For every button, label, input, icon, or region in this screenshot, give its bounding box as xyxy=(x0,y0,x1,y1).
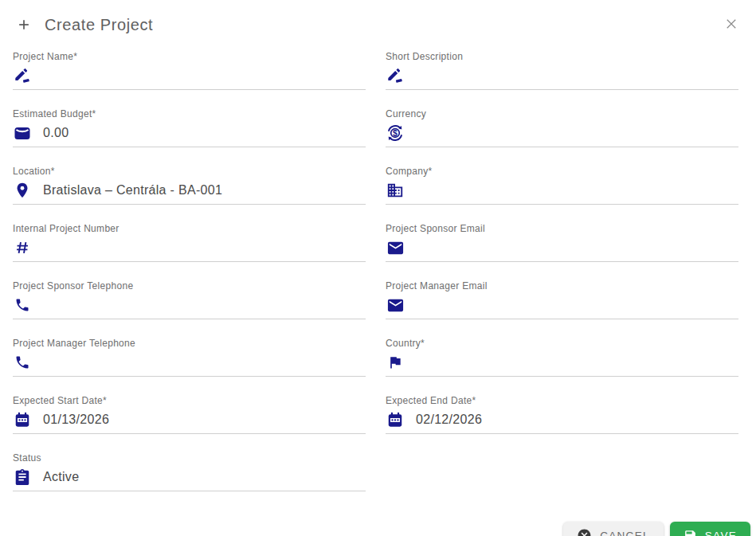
short-description-label: Short Description xyxy=(386,51,738,62)
location-pin-icon xyxy=(13,181,32,200)
status-label: Status xyxy=(13,452,366,464)
company-input[interactable] xyxy=(386,181,738,204)
estimated-budget-value: 0.00 xyxy=(43,126,69,140)
field-project-manager-telephone: Project Manager Telephone xyxy=(13,338,366,377)
phone-icon xyxy=(13,353,32,372)
field-expected-end-date: Expected End Date* 02/12/2026 xyxy=(386,395,738,434)
project-name-input[interactable] xyxy=(13,66,366,89)
cancel-button[interactable]: CANCEL xyxy=(563,522,664,536)
country-label: Country* xyxy=(386,338,738,349)
wallet-icon xyxy=(13,123,32,143)
country-input[interactable] xyxy=(386,353,738,376)
project-manager-email-label: Project Manager Email xyxy=(386,280,738,291)
clipboard-icon xyxy=(13,468,32,487)
flag-icon xyxy=(386,353,405,372)
field-internal-project-number: Internal Project Number xyxy=(13,223,366,262)
plus-icon xyxy=(16,17,32,33)
project-manager-email-input[interactable] xyxy=(386,295,738,319)
status-input[interactable]: Active xyxy=(13,468,366,491)
close-icon xyxy=(724,17,738,33)
dialog-header: Create Project xyxy=(0,0,756,38)
calendar-icon xyxy=(386,410,405,429)
field-currency: Currency $ xyxy=(386,108,738,147)
email-icon xyxy=(386,238,405,257)
cancel-button-label: CANCEL xyxy=(600,530,650,536)
project-sponsor-telephone-label: Project Sponsor Telephone xyxy=(13,280,366,291)
empty-cell xyxy=(386,452,738,491)
svg-text:$: $ xyxy=(393,128,398,138)
create-project-dialog: Create Project Project Name* Short Descr… xyxy=(0,0,756,536)
project-sponsor-email-input[interactable] xyxy=(386,238,738,261)
short-description-input[interactable] xyxy=(386,66,738,89)
location-input[interactable]: Bratislava – Centrála - BA-001 xyxy=(13,181,366,204)
field-project-sponsor-email: Project Sponsor Email xyxy=(386,223,738,262)
location-label: Location* xyxy=(13,166,366,177)
company-label: Company* xyxy=(386,166,738,177)
save-button-label: SAVE xyxy=(705,530,737,536)
status-value: Active xyxy=(43,470,79,484)
estimated-budget-input[interactable]: 0.00 xyxy=(13,123,366,147)
dialog-title: Create Project xyxy=(45,16,153,34)
hash-icon xyxy=(13,238,32,257)
currency-exchange-icon: $ xyxy=(386,123,405,143)
expected-end-date-input[interactable]: 02/12/2026 xyxy=(386,410,738,433)
internal-project-number-label: Internal Project Number xyxy=(13,223,366,234)
estimated-budget-label: Estimated Budget* xyxy=(13,108,366,119)
expected-end-date-value: 02/12/2026 xyxy=(416,413,482,427)
field-project-manager-email: Project Manager Email xyxy=(386,280,738,319)
field-expected-start-date: Expected Start Date* 01/13/2026 xyxy=(13,395,366,434)
project-manager-telephone-input[interactable] xyxy=(13,353,366,376)
expected-start-date-label: Expected Start Date* xyxy=(13,395,366,406)
cancel-circle-icon xyxy=(577,528,592,536)
edit-icon xyxy=(386,66,405,85)
currency-input[interactable]: $ xyxy=(386,123,738,147)
building-icon xyxy=(386,181,405,200)
edit-icon xyxy=(13,66,32,85)
field-location: Location* Bratislava – Centrála - BA-001 xyxy=(13,166,366,205)
field-project-sponsor-telephone: Project Sponsor Telephone xyxy=(13,280,366,319)
calendar-icon xyxy=(13,410,32,429)
project-manager-telephone-label: Project Manager Telephone xyxy=(13,338,366,349)
email-icon xyxy=(386,295,405,315)
field-short-description: Short Description xyxy=(386,51,738,90)
field-status: Status Active xyxy=(13,452,366,491)
expected-start-date-value: 01/13/2026 xyxy=(43,413,109,427)
save-button[interactable]: SAVE xyxy=(670,522,750,536)
field-project-name: Project Name* xyxy=(13,51,366,90)
project-sponsor-email-label: Project Sponsor Email xyxy=(386,223,738,234)
expected-end-date-label: Expected End Date* xyxy=(386,395,738,406)
internal-project-number-input[interactable] xyxy=(13,238,366,261)
project-sponsor-telephone-input[interactable] xyxy=(13,295,366,319)
field-country: Country* xyxy=(386,338,738,377)
project-form: Project Name* Short Description Estimate… xyxy=(13,51,738,510)
project-name-label: Project Name* xyxy=(13,51,366,62)
field-company: Company* xyxy=(386,166,738,205)
field-estimated-budget: Estimated Budget* 0.00 xyxy=(13,108,366,147)
expected-start-date-input[interactable]: 01/13/2026 xyxy=(13,410,366,433)
save-floppy-icon xyxy=(684,529,697,536)
currency-label: Currency xyxy=(386,108,738,119)
phone-icon xyxy=(13,295,32,315)
dialog-footer: CANCEL SAVE xyxy=(0,522,750,536)
location-value: Bratislava – Centrála - BA-001 xyxy=(43,183,222,198)
close-button[interactable] xyxy=(723,16,740,33)
